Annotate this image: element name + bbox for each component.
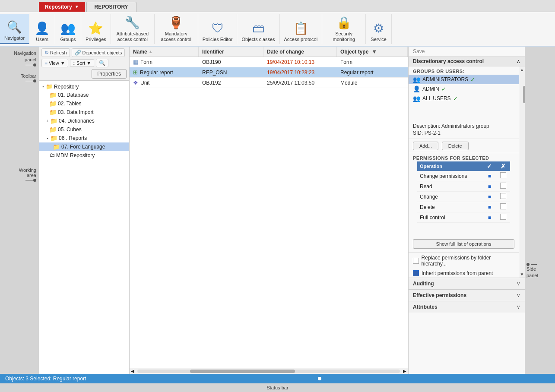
administrators-check-icon: ✓ bbox=[470, 76, 475, 83]
tree-item-data-import[interactable]: 📁 03. Data Import bbox=[39, 108, 129, 117]
inherit-permissions-checkbox[interactable] bbox=[413, 270, 419, 276]
deny-check-box bbox=[500, 183, 506, 189]
group-item-administrators[interactable]: 👥 ADMINISTRATORS ✓ bbox=[409, 75, 519, 84]
inherit-permissions-row: Inherit permissions from parent bbox=[409, 269, 519, 278]
tree-item-database[interactable]: 📁 01. Database bbox=[39, 91, 129, 99]
inherit-permissions-label: Inherit permissions from parent bbox=[422, 270, 493, 276]
service-icon: ⚙ bbox=[373, 21, 384, 35]
scrollbar-track[interactable] bbox=[137, 370, 400, 373]
ribbon-attribute-access[interactable]: 🔧 Attribute-based access control bbox=[111, 14, 155, 44]
group-administrators-label: ADMINISTRATORS bbox=[422, 76, 468, 82]
save-button[interactable]: Save bbox=[409, 47, 525, 57]
tree-item-fore-language[interactable]: 📁 07. Fore Language bbox=[39, 142, 129, 151]
ribbon-service[interactable]: ⚙ Service bbox=[366, 14, 392, 44]
navigation-panel-annotation: Navigationpanel bbox=[2, 50, 36, 66]
sort-button[interactable]: ↕ Sort ▼ bbox=[70, 59, 95, 67]
properties-button[interactable]: Properties bbox=[92, 69, 127, 79]
scroll-left-icon[interactable]: ◀ bbox=[130, 369, 136, 373]
groups-icon: 👥 bbox=[60, 21, 76, 35]
tab-repository-inactive[interactable]: REPOSITORY bbox=[86, 2, 136, 12]
sort-label: Sort bbox=[76, 60, 85, 66]
all-users-icon: 👥 bbox=[413, 95, 420, 102]
ribbon-groups[interactable]: 👥 Groups bbox=[55, 14, 81, 44]
deny-icon: ✗ bbox=[501, 163, 506, 170]
reports-label: 06 . Reports bbox=[59, 135, 87, 141]
table-header: Name ▲ Identifier Date of change Object … bbox=[130, 47, 408, 57]
show-full-operations-button[interactable]: Show full list of operations bbox=[413, 239, 514, 249]
delete-button[interactable]: Delete bbox=[442, 142, 469, 150]
ribbon-navigator[interactable]: 🔍 Navigator bbox=[0, 14, 29, 44]
users-icon: 👤 bbox=[35, 21, 50, 35]
tab-inactive-label: REPOSITORY bbox=[95, 4, 128, 10]
folder-icon: 📁 bbox=[53, 143, 60, 150]
tab-dropdown-icon[interactable]: ▼ bbox=[75, 4, 79, 9]
tree-item-reports[interactable]: ▪ 📁 06 . Reports bbox=[39, 134, 129, 142]
tab-active-label: Repository bbox=[45, 4, 72, 10]
auditing-header[interactable]: Auditing ∨ bbox=[409, 278, 525, 289]
objects-classes-icon: 🗃 bbox=[252, 21, 264, 35]
effective-permissions-header[interactable]: Effective permissions ∨ bbox=[409, 290, 525, 301]
table-row[interactable]: ❖ Unit OBJ192 25/09/2017 11:03:50 Module bbox=[130, 78, 408, 88]
side-panel: Save Discretionary access control ∧ GROU… bbox=[408, 47, 525, 374]
dictionaries-label: 04. Dictionaries bbox=[59, 118, 95, 124]
search-button[interactable]: 🔍 bbox=[96, 59, 108, 67]
ribbon-users[interactable]: 👤 Users bbox=[29, 14, 55, 44]
col-type[interactable]: Object type ▼ bbox=[337, 47, 408, 57]
horizontal-scrollbar[interactable]: ◀ ▶ bbox=[130, 368, 408, 374]
attributes-section: Attributes ∨ bbox=[409, 301, 525, 313]
ribbon-policies-editor[interactable]: 🛡 Policies Editor bbox=[198, 14, 238, 44]
group-item-admin[interactable]: 👤 ADMIN ✓ bbox=[409, 84, 519, 94]
security-monitoring-icon: 🔒 bbox=[336, 16, 352, 30]
mdm-label: MDM Repository bbox=[56, 152, 95, 158]
table-spacer bbox=[130, 88, 408, 368]
col-type-filter-icon[interactable]: ▼ bbox=[371, 48, 377, 55]
view-button[interactable]: ≡ View ▼ bbox=[41, 59, 68, 67]
ribbon-privileges[interactable]: ⭐ Privileges bbox=[81, 14, 111, 44]
tab-repository-active[interactable]: Repository ▼ bbox=[39, 2, 85, 12]
deny-check-box bbox=[500, 203, 506, 209]
ribbon-objects-classes[interactable]: 🗃 Objects classes bbox=[237, 14, 279, 44]
attributes-header[interactable]: Attributes ∨ bbox=[409, 301, 525, 313]
tree-item-dictionaries[interactable]: + 📁 04. Dictionaries bbox=[39, 117, 129, 125]
perm-col-allow: ✓ bbox=[483, 161, 496, 171]
auditing-collapse-icon: ∨ bbox=[517, 281, 520, 287]
vscroll-thumb[interactable] bbox=[523, 86, 525, 103]
dictionaries-expand-icon[interactable]: + bbox=[45, 119, 50, 123]
col-date[interactable]: Date of change bbox=[263, 47, 337, 57]
group-item-all-users[interactable]: 👥 ALL USERS ✓ bbox=[409, 94, 519, 103]
replace-permissions-checkbox[interactable] bbox=[413, 258, 419, 264]
tree-root[interactable]: ▪ 📁 Repository bbox=[39, 82, 129, 91]
security-monitoring-label: Security monitoring bbox=[327, 31, 361, 42]
status-bar: Objects: 3 Selected: Regular report bbox=[0, 374, 555, 383]
col-identifier[interactable]: Identifier bbox=[199, 47, 263, 57]
refresh-button[interactable]: ↻ Refresh bbox=[41, 48, 70, 57]
vscroll-up-button[interactable]: ▲ bbox=[519, 66, 525, 73]
root-label: Repository bbox=[54, 84, 79, 90]
dac-collapse-icon: ∧ bbox=[517, 58, 520, 64]
dac-header[interactable]: Discretionary access control ∧ bbox=[409, 57, 525, 66]
permissions-label: PERMISSIONS FOR SELECTED bbox=[409, 153, 519, 161]
scroll-right-icon[interactable]: ▶ bbox=[402, 369, 408, 373]
tree-item-tables[interactable]: 📁 02. Tables bbox=[39, 99, 129, 108]
col-name[interactable]: Name ▲ bbox=[130, 47, 199, 57]
ribbon-mandatory-access[interactable]: 🏺 Mandatory access control bbox=[155, 14, 198, 44]
table-row[interactable]: ▦ Form OBJ190 19/04/2017 10:10:13 Form bbox=[130, 57, 408, 67]
tree-item-mdm-repository[interactable]: 🗂 MDM Repository bbox=[39, 151, 129, 159]
vscroll-down-button[interactable]: ▼ bbox=[519, 271, 525, 278]
reports-expand-icon[interactable]: ▪ bbox=[45, 136, 50, 141]
service-label: Service bbox=[371, 37, 387, 42]
ribbon-access-protocol[interactable]: 📋 Access protocol bbox=[280, 14, 323, 44]
table-row-selected[interactable]: ⊞ Regular report REP_OSN 19/04/2017 10:2… bbox=[130, 67, 408, 78]
tree-item-cubes[interactable]: 📁 05. Cubes bbox=[39, 125, 129, 134]
working-area-annotation: Workingarea bbox=[2, 168, 36, 182]
ribbon-security-monitoring[interactable]: 🔒 Security monitoring bbox=[322, 14, 366, 44]
root-expand-icon[interactable]: ▪ bbox=[41, 84, 46, 89]
perm-row: Change permissions ■ bbox=[417, 171, 510, 181]
dependent-objects-button[interactable]: 🔗 Dependent objects bbox=[72, 48, 125, 57]
add-button[interactable]: Add... bbox=[413, 142, 438, 150]
vertical-scrollbar[interactable]: ▲ ▼ bbox=[519, 66, 525, 278]
allow-check-icon: ■ bbox=[488, 215, 491, 221]
scrollbar-thumb[interactable] bbox=[190, 370, 295, 373]
admin-check-icon: ✓ bbox=[441, 86, 446, 92]
allow-check-icon: ■ bbox=[488, 183, 491, 190]
